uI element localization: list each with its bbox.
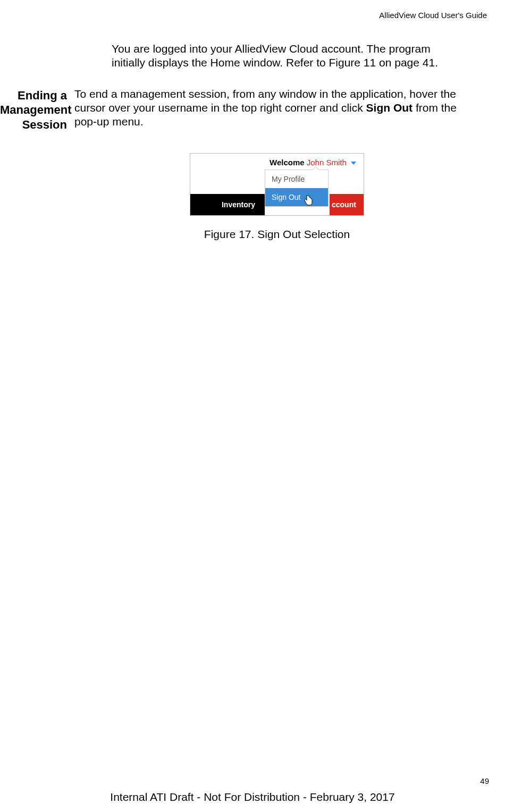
username-link[interactable]: John Smith (307, 158, 347, 167)
nav-tab-account[interactable]: ccount (330, 194, 364, 215)
welcome-label: Welcome (270, 158, 305, 167)
section-body-bold: Sign Out (366, 102, 413, 114)
welcome-bar: Welcome John Smith (190, 154, 364, 172)
section: Ending a Management Session To end a man… (0, 87, 490, 242)
nav-tab-inventory[interactable]: Inventory (190, 194, 265, 215)
content-area: You are logged into your AlliedView Clou… (0, 42, 490, 242)
section-body: To end a management session, from any wi… (74, 87, 479, 242)
figure-caption: Figure 17. Sign Out Selection (204, 227, 350, 241)
footer-note: Internal ATI Draft - Not For Distributio… (0, 791, 505, 803)
intro-paragraph: You are logged into your AlliedView Clou… (112, 42, 448, 70)
signout-ui-screenshot: Welcome John Smith My Profile Sign Out (190, 153, 364, 216)
dropdown-item-sign-out[interactable]: Sign Out (265, 188, 328, 206)
page-number: 49 (480, 776, 489, 785)
dropdown-item-label: Sign Out (272, 193, 300, 201)
page: AlliedView Cloud User's Guide You are lo… (0, 0, 505, 812)
section-heading: Ending a Management Session (0, 87, 74, 132)
user-dropdown: My Profile Sign Out (265, 170, 329, 207)
dropdown-arrow-icon (312, 166, 319, 170)
chevron-down-icon[interactable] (351, 162, 356, 165)
figure: Welcome John Smith My Profile Sign Out (74, 153, 479, 241)
dropdown-item-my-profile[interactable]: My Profile (265, 170, 328, 188)
running-header: AlliedView Cloud User's Guide (0, 11, 490, 20)
